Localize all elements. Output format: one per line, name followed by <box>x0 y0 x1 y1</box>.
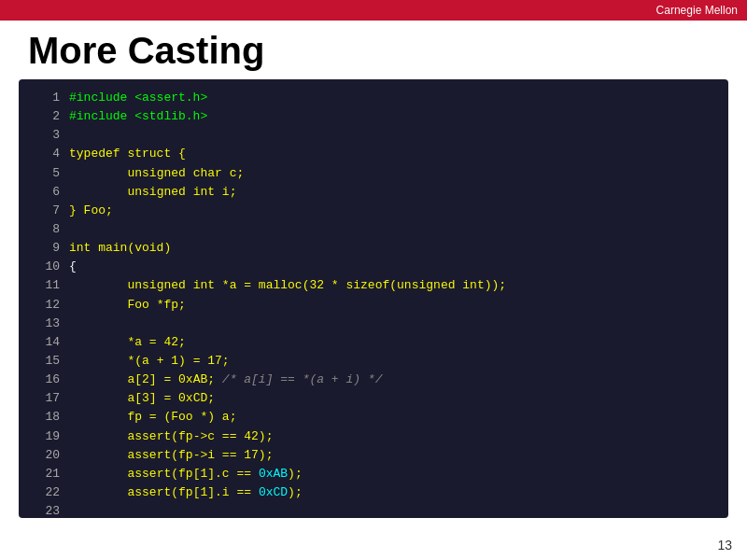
line-number: 10 <box>34 258 60 276</box>
line-number: 15 <box>34 352 60 371</box>
code-line: 18 fp = (Foo *) a; <box>34 408 713 427</box>
line-number: 23 <box>34 502 60 518</box>
line-content: unsigned int i; <box>69 183 713 202</box>
line-content: Foo *fp; <box>69 296 713 315</box>
code-line: 10{ <box>34 258 713 276</box>
code-line: 13 <box>34 315 713 333</box>
line-content: assert(fp->i == 17); <box>69 446 713 465</box>
line-number: 9 <box>34 239 60 258</box>
code-line: 22 assert(fp[1].i == 0xCD); <box>34 483 713 502</box>
line-content: a[3] = 0xCD; <box>69 389 713 408</box>
line-number: 5 <box>34 164 60 183</box>
line-content: unsigned char c; <box>69 164 713 183</box>
line-number: 11 <box>34 276 60 295</box>
line-content <box>69 502 713 518</box>
line-number: 19 <box>34 427 60 446</box>
line-number: 8 <box>34 220 60 239</box>
line-content: unsigned int *a = malloc(32 * sizeof(uns… <box>69 276 713 295</box>
code-line: 3 <box>34 126 713 145</box>
line-content: int main(void) <box>69 239 713 258</box>
header-bar: Carnegie Mellon <box>0 0 747 21</box>
line-number: 20 <box>34 446 60 465</box>
line-content <box>69 220 713 239</box>
code-line: 2#include <stdlib.h> <box>34 107 713 126</box>
code-line: 23 <box>34 502 713 518</box>
line-content: #include <assert.h> <box>69 89 713 107</box>
line-content: *(a + 1) = 17; <box>69 352 713 371</box>
line-content: *a = 42; <box>69 333 713 352</box>
line-content <box>69 315 713 333</box>
code-line: 8 <box>34 220 713 239</box>
line-content: { <box>69 258 713 276</box>
code-line: 14 *a = 42; <box>34 333 713 352</box>
line-number: 16 <box>34 371 60 389</box>
code-line: 1#include <assert.h> <box>34 89 713 107</box>
line-content: typedef struct { <box>69 145 713 163</box>
line-number: 13 <box>34 315 60 333</box>
code-line: 20 assert(fp->i == 17); <box>34 446 713 465</box>
code-line: 12 Foo *fp; <box>34 296 713 315</box>
line-content: fp = (Foo *) a; <box>69 408 713 427</box>
line-content: a[2] = 0xAB; /* a[i] == *(a + i) */ <box>69 371 713 389</box>
line-number: 6 <box>34 183 60 202</box>
line-content: assert(fp->c == 42); <box>69 427 713 446</box>
line-number: 1 <box>34 89 60 107</box>
line-content <box>69 126 713 145</box>
line-number: 17 <box>34 389 60 408</box>
code-block: 1#include <assert.h>2#include <stdlib.h>… <box>19 79 728 518</box>
line-number: 7 <box>34 202 60 220</box>
line-content: #include <stdlib.h> <box>69 107 713 126</box>
line-number: 12 <box>34 296 60 315</box>
header-title: Carnegie Mellon <box>656 4 738 17</box>
code-line: 21 assert(fp[1].c == 0xAB); <box>34 465 713 483</box>
code-line: 15 *(a + 1) = 17; <box>34 352 713 371</box>
code-line: 9int main(void) <box>34 239 713 258</box>
code-line: 19 assert(fp->c == 42); <box>34 427 713 446</box>
line-content: } Foo; <box>69 202 713 220</box>
line-number: 18 <box>34 408 60 427</box>
line-content: assert(fp[1].i == 0xCD); <box>69 483 713 502</box>
line-number: 14 <box>34 333 60 352</box>
line-content: assert(fp[1].c == 0xAB); <box>69 465 713 483</box>
line-number: 22 <box>34 483 60 502</box>
slide-title: More Casting <box>0 21 747 79</box>
code-line: 17 a[3] = 0xCD; <box>34 389 713 408</box>
code-line: 4typedef struct { <box>34 145 713 163</box>
line-number: 3 <box>34 126 60 145</box>
code-line: 5 unsigned char c; <box>34 164 713 183</box>
code-line: 11 unsigned int *a = malloc(32 * sizeof(… <box>34 276 713 295</box>
code-line: 6 unsigned int i; <box>34 183 713 202</box>
code-line: 7} Foo; <box>34 202 713 220</box>
slide-number: 13 <box>717 538 732 553</box>
code-line: 16 a[2] = 0xAB; /* a[i] == *(a + i) */ <box>34 371 713 389</box>
line-number: 21 <box>34 465 60 483</box>
line-number: 4 <box>34 145 60 163</box>
line-number: 2 <box>34 107 60 126</box>
